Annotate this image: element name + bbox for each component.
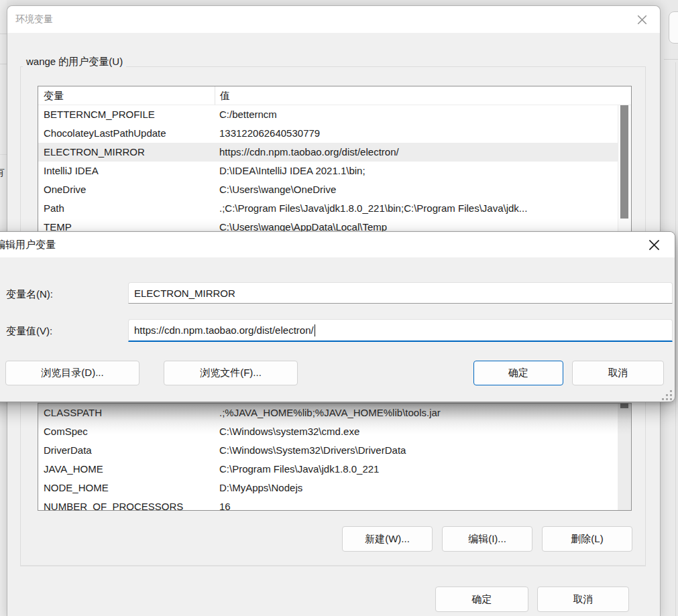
table-row[interactable]: CLASSPATH .;%JAVA_HOME%lib;%JAVA_HOME%li…	[38, 404, 631, 422]
user-variables-table: 变量 值 BETTERNCM_PROFILE C:/betterncm Choc…	[38, 86, 632, 236]
edit-dialog-title: 编辑用户变量	[0, 239, 56, 251]
cell-variable: BETTERNCM_PROFILE	[38, 105, 215, 124]
column-header-value[interactable]: 值	[215, 86, 631, 105]
cell-value: .;C:\Program Files\Java\jdk1.8.0_221\bin…	[215, 199, 631, 218]
table-row[interactable]: BETTERNCM_PROFILE C:/betterncm	[38, 105, 631, 124]
variable-value-input[interactable]: https://cdn.npm.taobao.org/dist/electron…	[128, 319, 673, 342]
env-ok-button[interactable]: 确定	[435, 587, 528, 612]
divider	[0, 64, 7, 64]
cell-value: C:\Windows\System32\Drivers\DriverData	[215, 441, 631, 460]
cell-variable: DriverData	[38, 441, 215, 460]
cell-variable: CLASSPATH	[38, 404, 215, 422]
variable-name-value: ELECTRON_MIRROR	[134, 288, 235, 299]
env-dialog-titlebar[interactable]: 环境变量	[7, 6, 660, 33]
cell-value: D:\IDEA\IntelliJ IDEA 2021.1\bin;	[215, 162, 631, 180]
env-close-button[interactable]	[633, 11, 651, 27]
scrollbar[interactable]	[618, 105, 631, 235]
cell-value: https://cdn.npm.taobao.org/dist/electron…	[215, 143, 631, 162]
env-dialog-title: 环境变量	[15, 13, 53, 25]
close-icon	[637, 15, 647, 25]
table-row-selected[interactable]: ELECTRON_MIRROR https://cdn.npm.taobao.o…	[38, 143, 631, 162]
variable-name-label: 变量名(N):	[6, 288, 53, 301]
new-system-variable-button[interactable]: 新建(W)...	[342, 526, 433, 552]
resize-grip-icon[interactable]	[661, 389, 672, 400]
edit-close-button[interactable]	[645, 237, 663, 253]
browse-directory-button[interactable]: 浏览目录(D)...	[5, 361, 139, 385]
cell-value: C:\Users\wange\OneDrive	[215, 180, 631, 199]
cell-variable: ChocolateyLastPathUpdate	[38, 124, 215, 143]
table-row[interactable]: NODE_HOME D:\MyApps\Nodejs	[38, 479, 631, 497]
cell-variable: OneDrive	[38, 180, 215, 199]
cell-value: 16	[215, 497, 631, 511]
table-row[interactable]: DriverData C:\Windows\System32\Drivers\D…	[38, 441, 631, 460]
cell-value: 133122062640530779	[215, 124, 631, 143]
scrollbar[interactable]	[618, 404, 631, 510]
table-row[interactable]: OneDrive C:\Users\wange\OneDrive	[38, 180, 631, 199]
divider	[0, 34, 7, 34]
edit-system-variable-button[interactable]: 编辑(I)...	[442, 526, 532, 552]
divider	[675, 62, 676, 616]
clipped-background-text: 有	[0, 166, 5, 179]
cell-variable: ELECTRON_MIRROR	[38, 143, 215, 162]
cell-value: C:/betterncm	[215, 105, 631, 124]
divider	[20, 566, 646, 566]
cell-variable: JAVA_HOME	[38, 460, 215, 479]
table-row[interactable]: ComSpec C:\Windows\system32\cmd.exe	[38, 422, 631, 441]
edit-dialog-titlebar[interactable]: 编辑用户变量	[0, 232, 675, 257]
close-icon	[648, 239, 660, 251]
table-header: 变量 值	[38, 86, 631, 105]
cell-variable: NODE_HOME	[38, 479, 215, 497]
cell-variable: ComSpec	[38, 422, 215, 441]
delete-system-variable-button[interactable]: 删除(L)	[542, 526, 632, 552]
text-caret	[315, 324, 315, 336]
cell-variable: IntelliJ IDEA	[38, 162, 215, 180]
table-row[interactable]: ChocolateyLastPathUpdate 133122062640530…	[38, 124, 631, 143]
edit-user-variable-dialog: 编辑用户变量 变量名(N): ELECTRON_MIRROR 变量值(V): h…	[0, 231, 675, 402]
table-row[interactable]: JAVA_HOME C:\Program Files\Java\jdk1.8.0…	[38, 460, 631, 479]
variable-value-label: 变量值(V):	[6, 325, 52, 338]
scrollbar-thumb[interactable]	[620, 404, 628, 408]
cell-value: .;%JAVA_HOME%lib;%JAVA_HOME%lib\tools.ja…	[215, 404, 631, 422]
browse-file-button[interactable]: 浏览文件(F)...	[164, 361, 298, 385]
variable-value-value: https://cdn.npm.taobao.org/dist/electron…	[134, 324, 314, 336]
edit-cancel-button[interactable]: 取消	[572, 361, 664, 385]
column-header-variable[interactable]: 变量	[38, 86, 215, 105]
screen: 有 环境变量 wange 的用户变量(U) 变量 值 BETTERNCM_PR	[0, 0, 678, 616]
table-row[interactable]: Path .;C:\Program Files\Java\jdk1.8.0_22…	[38, 199, 631, 218]
table-row[interactable]: IntelliJ IDEA D:\IDEA\IntelliJ IDEA 2021…	[38, 162, 631, 180]
env-cancel-button[interactable]: 取消	[537, 587, 629, 612]
user-variables-group-label: wange 的用户变量(U)	[23, 56, 126, 68]
cell-value: C:\Windows\system32\cmd.exe	[215, 422, 631, 441]
system-variables-table: CLASSPATH .;%JAVA_HOME%lib;%JAVA_HOME%li…	[38, 403, 632, 511]
edit-ok-button[interactable]: 确定	[473, 361, 563, 385]
table-row[interactable]: NUMBER_OF_PROCESSORS 16	[38, 497, 631, 511]
cell-value: C:\Program Files\Java\jdk1.8.0_221	[215, 460, 631, 479]
cell-variable: Path	[38, 199, 215, 218]
variable-name-input[interactable]: ELECTRON_MIRROR	[128, 282, 673, 304]
cell-value: D:\MyApps\Nodejs	[215, 479, 631, 497]
divider	[0, 154, 7, 155]
scrollbar-thumb[interactable]	[620, 105, 628, 219]
background-button-fragment	[669, 11, 678, 44]
cell-variable: NUMBER_OF_PROCESSORS	[38, 497, 215, 511]
divider	[664, 59, 678, 60]
